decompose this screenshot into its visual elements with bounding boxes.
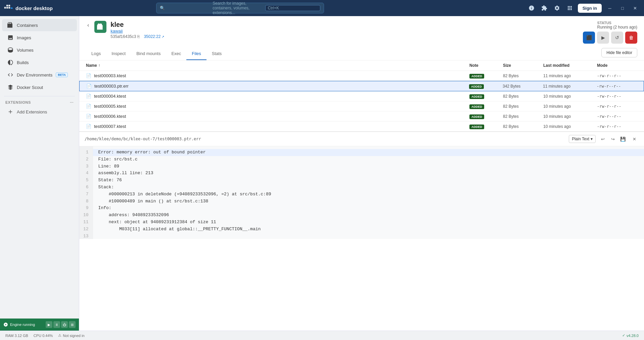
container-info: klee kawaii 535af16435c3 ⎘ 35022:22 ↗	[110, 21, 579, 39]
table-row[interactable]: 📄 test000004.ktest ADDED 82 Bytes 10 min…	[79, 91, 644, 101]
sidebar-item-docker-scout[interactable]: Docker Scout	[2, 81, 77, 93]
code-content[interactable]: Error: memory error: out of bound pointe…	[93, 146, 644, 239]
sidebar-item-builds-label: Builds	[17, 60, 29, 65]
editor-actions: ↩ ↪ 💾	[598, 135, 627, 143]
added-badge: ADDED	[469, 74, 484, 79]
file-size: 82 Bytes	[503, 114, 543, 119]
table-row[interactable]: 📄 test000003.ptr.err ADDED 342 Bytes 11 …	[79, 81, 644, 91]
status-label: STATUS	[597, 21, 637, 25]
back-button[interactable]: ‹	[86, 21, 90, 30]
extensions-icon[interactable]	[540, 3, 549, 13]
column-size: Size	[503, 63, 543, 68]
sidebar-item-containers-label: Containers	[17, 23, 38, 28]
file-name: 📄 test000004.ktest	[86, 94, 469, 99]
main-layout: Containers Images Volumes Builds Dev Env…	[0, 16, 644, 331]
file-mode: -rw-r--r--	[597, 124, 637, 129]
table-row[interactable]: 📄 test000006.ktest ADDED 82 Bytes 10 min…	[79, 111, 644, 122]
container-header-top: ‹ klee kawaii 535af16435c3 ⎘ 35022:22	[86, 21, 637, 44]
tab-exec[interactable]: Exec	[166, 48, 186, 60]
container-port[interactable]: 35022:22 ↗	[144, 34, 164, 39]
redo-button[interactable]: ↪	[608, 135, 617, 143]
content-area: ‹ klee kawaii 535af16435c3 ⎘ 35022:22	[79, 16, 644, 331]
maximize-button[interactable]: □	[618, 3, 627, 13]
open-port-icon[interactable]: ↗	[162, 35, 164, 39]
file-note: ADDED	[469, 124, 503, 129]
pause-button[interactable]: ▶	[597, 32, 609, 44]
language-select[interactable]: Plain Text ▾	[569, 135, 596, 143]
file-name: 📄 test000003.ktest	[86, 73, 469, 78]
close-button[interactable]: ✕	[631, 3, 640, 13]
container-id: 535af16435c3 ⎘	[110, 34, 140, 39]
restart-button[interactable]: ↺	[611, 32, 623, 44]
table-row[interactable]: 📄 test000003.ktest ADDED 82 Bytes 11 min…	[79, 71, 644, 81]
engine-play-button[interactable]: ▶	[46, 321, 52, 328]
column-name[interactable]: Name ↑	[86, 63, 469, 68]
added-badge: ADDED	[469, 94, 484, 99]
file-editor-content: 1 2 3 4 5 6 7 8 9 10 11 12 13 Error	[79, 146, 644, 239]
svg-rect-3	[6, 5, 8, 6]
engine-bar: Engine running ▶ ⏸ ⏻ ⊞	[0, 319, 79, 331]
not-signed-in: ⚠ Not signed in	[58, 333, 84, 338]
version-badge: ✓ v4.28.0	[622, 333, 639, 338]
engine-pause-button[interactable]: ⏸	[53, 321, 60, 328]
svg-rect-2	[8, 7, 10, 9]
file-note: ADDED	[469, 94, 503, 99]
file-mode: -rw-r--r--	[597, 114, 637, 119]
file-note: ADDED	[469, 104, 503, 109]
tab-bind-mounts[interactable]: Bind mounts	[131, 48, 166, 60]
settings-icon[interactable]	[552, 3, 562, 13]
sidebar-item-dev-environments[interactable]: Dev Environments BETA	[2, 69, 77, 81]
container-image-link[interactable]: kawaii	[110, 29, 579, 34]
undo-button[interactable]: ↩	[598, 135, 607, 143]
sign-in-button[interactable]: Sign in	[578, 4, 602, 13]
sidebar-item-volumes[interactable]: Volumes	[2, 44, 77, 56]
engine-terminal-button[interactable]: ⊞	[69, 321, 76, 328]
file-icon: 📄	[86, 94, 91, 99]
added-badge: ADDED	[469, 104, 484, 109]
editor-close-button[interactable]: ✕	[630, 135, 639, 143]
tab-inspect[interactable]: Inspect	[106, 48, 131, 60]
tab-logs[interactable]: Logs	[86, 48, 106, 60]
sidebar-item-containers[interactable]: Containers	[2, 19, 77, 31]
file-editor-header: /home/klee/demo/bc/klee-out-7/test000003…	[79, 132, 644, 146]
table-row[interactable]: 📄 test000005.ktest ADDED 82 Bytes 10 min…	[79, 101, 644, 111]
file-modified: 11 minutes ago	[543, 84, 597, 89]
status-bar: RAM 3.12 GB CPU 0.44% ⚠ Not signed in ✓ …	[0, 331, 644, 340]
sidebar-item-images-label: Images	[17, 35, 31, 40]
learn-icon[interactable]	[527, 3, 536, 13]
file-modified: 10 minutes ago	[543, 94, 597, 99]
file-size: 82 Bytes	[503, 74, 543, 78]
file-icon: 📄	[86, 73, 91, 78]
search-shortcut: Ctrl+K	[265, 5, 320, 11]
search-bar[interactable]: 🔍 Search for images, containers, volumes…	[156, 3, 324, 13]
sidebar-nav: Containers Images Volumes Builds Dev Env…	[0, 16, 79, 319]
svg-rect-4	[8, 5, 10, 6]
sidebar-item-images[interactable]: Images	[2, 32, 77, 44]
sort-asc-icon: ↑	[98, 63, 100, 68]
copy-id-icon[interactable]: ⎘	[137, 34, 140, 39]
file-icon: 📄	[86, 104, 91, 109]
file-name: 📄 test000006.ktest	[86, 114, 469, 119]
tab-files[interactable]: Files	[186, 48, 206, 60]
file-mode: -rw-r--r--	[597, 104, 637, 109]
topbar: docker desktop 🔍 Search for images, cont…	[0, 0, 644, 16]
extensions-more-icon[interactable]: ···	[70, 100, 74, 104]
file-icon: 📄	[86, 84, 92, 89]
engine-controls: ▶ ⏸ ⏻ ⊞	[46, 321, 76, 328]
stop-button[interactable]: ⬛	[583, 32, 595, 44]
sidebar-item-add-extensions[interactable]: Add Extensions	[2, 106, 77, 117]
engine-power-button[interactable]: ⏻	[61, 321, 68, 328]
minimize-button[interactable]: ─	[605, 3, 614, 13]
check-icon: ✓	[622, 333, 625, 338]
tabs: Logs Inspect Bind mounts Exec Files Stat…	[86, 48, 227, 60]
tab-stats[interactable]: Stats	[206, 48, 227, 60]
file-note: ADDED	[469, 84, 503, 89]
grid-icon[interactable]	[565, 3, 574, 13]
file-modified: 10 minutes ago	[543, 104, 597, 109]
save-button[interactable]: 💾	[618, 135, 627, 143]
sidebar-item-builds[interactable]: Builds	[2, 56, 77, 68]
file-mode: -rw-r--r--	[597, 94, 637, 99]
hide-file-editor-button[interactable]: Hide file editor	[601, 48, 637, 57]
delete-button[interactable]: 🗑	[625, 32, 637, 44]
table-row[interactable]: 📄 test000007.ktest ADDED 82 Bytes 10 min…	[79, 122, 644, 132]
